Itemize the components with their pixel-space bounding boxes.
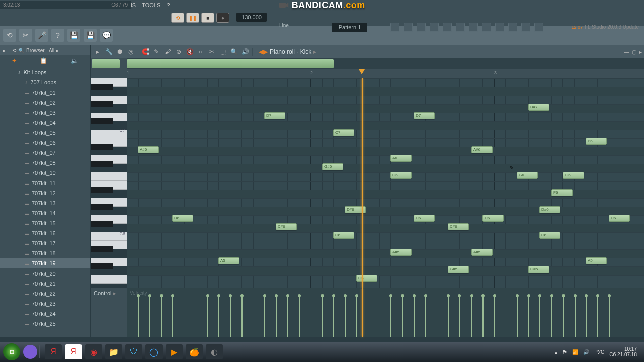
tempo-icon[interactable] [469,23,478,32]
midi-note[interactable]: G#5 [448,266,469,273]
velocity-area[interactable]: Velocity [127,288,644,337]
select-icon[interactable]: ⬚ [219,48,227,56]
velocity-bar[interactable] [402,296,403,337]
sync-icon[interactable]: ⟲ [3,29,16,42]
midi-note[interactable]: D6 [609,215,630,222]
velocity-bar[interactable] [230,296,231,337]
snap-select[interactable]: Line [279,23,289,28]
cut-icon[interactable]: ✂ [19,29,32,42]
reread-icon[interactable]: ⟲ [12,48,16,53]
piano-key-black[interactable] [91,118,113,124]
paint-icon[interactable]: 🖌 [164,48,172,56]
velocity-bar[interactable] [563,296,564,337]
maximize-icon[interactable]: ▢ [632,49,636,55]
wrench-icon[interactable]: 🔧 [105,48,113,56]
midi-note[interactable]: C7 [333,129,354,136]
tree-file[interactable]: 707kit_06 [0,138,90,148]
midi-note[interactable]: B6 [586,138,607,145]
velocity-bar[interactable] [586,296,587,337]
back-icon[interactable]: ↑ [8,48,10,53]
browser-menu-icon[interactable]: ▸ [56,48,59,53]
playhead-marker[interactable] [359,69,365,74]
velocity-bar[interactable] [414,296,415,337]
zoom-icon[interactable]: 🔍 [230,48,238,56]
velocity-bar[interactable] [264,296,265,337]
close-icon[interactable]: ▸ [639,49,642,55]
saveas-icon[interactable]: 💾 [84,29,97,42]
cortana-icon[interactable] [23,345,37,359]
minimize-icon[interactable]: — [624,49,629,55]
velocity-bar[interactable] [494,296,495,337]
piano-key-white[interactable] [91,275,127,284]
tree-file[interactable]: 707kit_01 [0,87,90,98]
velocity-bar[interactable] [149,296,150,337]
pause-button[interactable]: ❚❚ [186,13,199,23]
velocity-bar[interactable] [276,296,277,337]
midi-note[interactable]: D7 [264,112,285,119]
slice-icon[interactable]: ✂ [208,48,216,56]
piano-keys[interactable]: C7C6 [91,78,127,288]
tray-chevron-icon[interactable]: ▴ [555,349,557,355]
piano-key-black[interactable] [91,221,113,227]
velocity-bar[interactable] [345,296,346,337]
pianoroll-title[interactable]: ◀▶Piano roll - Kick ▸ [259,48,316,55]
piano-key-black[interactable] [91,84,113,90]
velocity-bar[interactable] [539,296,540,337]
velocity-bar[interactable] [287,296,288,337]
velocity-bar[interactable] [207,296,208,337]
tree-file[interactable]: 707kit_18 [0,248,90,258]
velocity-bar[interactable] [448,296,449,337]
midi-note[interactable]: G5 [356,275,377,282]
typing-icon[interactable] [495,23,504,32]
save-icon[interactable] [521,23,530,32]
piano-key-black[interactable] [91,187,113,193]
channelrack-icon[interactable] [417,23,426,32]
tree-file[interactable]: 707kit_23 [0,299,90,309]
tree-file[interactable]: 707kit_10 [0,168,90,178]
velocity-bar[interactable] [390,296,391,337]
velocity-bar[interactable] [242,296,243,337]
tempo-display[interactable]: 130.000 [236,13,267,22]
mute-tool-icon[interactable]: 🔇 [186,48,194,56]
velocity-bar[interactable] [482,296,484,337]
tree-subfolder[interactable]: 707 Loops [0,77,90,87]
playback-icon[interactable]: 🔊 [241,48,249,56]
velocity-bar[interactable] [609,296,610,337]
browser-icon[interactable] [443,23,452,32]
midi-note[interactable]: D6 [414,215,435,222]
chat-icon[interactable]: 💬 [100,29,113,42]
pianoroll-icon[interactable] [404,23,413,32]
midi-note[interactable]: C6 [539,232,560,239]
browser-task-icon[interactable]: Я [65,344,82,359]
midi-note[interactable]: A#5 [390,249,412,256]
midi-note[interactable]: G#5 [528,266,549,273]
midi-note[interactable]: F6 [551,189,573,196]
pianoroll-ruler[interactable]: 123 [91,69,644,78]
velocity-bar[interactable] [425,296,426,337]
menu-tools[interactable]: TOOLS [142,2,160,8]
pattern-select[interactable]: Pattern 1 [332,23,367,32]
velocity-bar[interactable] [459,296,460,337]
tree-file[interactable]: 707kit_02 [0,98,90,108]
midi-note[interactable]: D7 [414,112,435,119]
velocity-bar[interactable] [517,296,518,337]
flstudio-task-icon[interactable]: 🍊 [186,344,203,359]
midi-note[interactable]: G6 [390,172,412,179]
velocity-bar[interactable] [218,296,219,337]
velocity-bar[interactable] [161,296,162,337]
midi-note[interactable]: C#6 [276,223,297,230]
velocity-bar[interactable] [551,296,552,337]
tree-file[interactable]: 707kit_05 [0,128,90,138]
stop-button[interactable]: ■ [201,13,214,23]
midi-note[interactable]: G6 [517,172,538,179]
tree-file[interactable]: 707kit_08 [0,158,90,168]
tree-file[interactable]: 707kit_14 [0,208,90,218]
midi-note[interactable]: G#6 [322,163,343,170]
playlist-icon[interactable] [390,23,399,32]
tray-lang[interactable]: РУС [594,349,604,355]
pianoroll-minimap[interactable] [91,58,644,69]
record-button[interactable]: ● [216,13,229,23]
collapse-icon[interactable]: ▸ [3,48,6,53]
midi-note[interactable]: A5 [586,257,607,264]
target-icon[interactable]: ◎ [127,48,135,56]
